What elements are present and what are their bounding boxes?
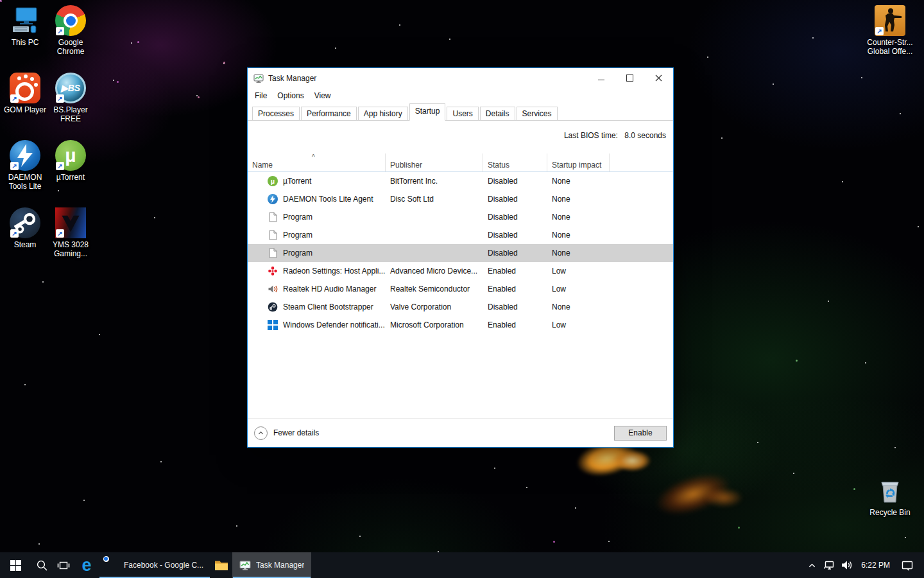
tray-volume-button[interactable]: [838, 559, 855, 571]
taskbar-file-explorer-button[interactable]: [210, 552, 232, 578]
icon-label: BS.Player: [53, 105, 87, 114]
desktop-icon-utorrent[interactable]: µ ↗ µTorrent: [46, 140, 96, 182]
daemon-tools-icon: ↗: [10, 140, 40, 171]
column-header-status[interactable]: Status: [483, 153, 547, 171]
table-row[interactable]: Program Disabled None: [248, 226, 673, 244]
table-row[interactable]: µ µTorrent BitTorrent Inc. Disabled None: [248, 172, 673, 190]
task-manager-app-icon: [239, 559, 251, 571]
speaker-icon: [841, 559, 853, 571]
window-titlebar[interactable]: Task Manager: [248, 68, 673, 88]
table-row[interactable]: Windows Defender notificati... Microsoft…: [248, 316, 673, 334]
icon-label: Steam: [14, 240, 37, 249]
icon-label: GOM Player: [4, 105, 46, 114]
desktop-icon-counter-strike[interactable]: ↗ Counter-Str... Global Offe...: [865, 5, 915, 56]
start-button[interactable]: [0, 552, 31, 578]
column-header-publisher[interactable]: Publisher: [386, 153, 483, 171]
desktop-icon-recycle-bin[interactable]: Recycle Bin: [865, 475, 915, 517]
shortcut-arrow-icon: ↗: [10, 162, 19, 170]
icon-label: YMS 3028: [53, 240, 89, 249]
shortcut-arrow-icon: ↗: [56, 27, 64, 35]
chrome-window-title: Facebook - Google C...: [124, 561, 203, 570]
gom-player-icon: ↗: [10, 73, 40, 103]
tray-show-hidden-icons-button[interactable]: [803, 561, 821, 570]
icon-label: µTorrent: [56, 173, 85, 182]
tab-details[interactable]: Details: [480, 107, 515, 120]
icon-label: DAEMON: [8, 173, 42, 182]
recycle-bin-icon: [875, 475, 905, 506]
bios-time-value: 8.0 seconds: [624, 131, 666, 140]
table-row[interactable]: Steam Client Bootstrapper Valve Corporat…: [248, 298, 673, 316]
icon-label: Gaming...: [53, 249, 89, 258]
shortcut-arrow-icon: ↗: [10, 94, 19, 103]
tray-network-button[interactable]: [821, 559, 838, 571]
close-icon: [655, 74, 662, 82]
window-footer: Fewer details Enable: [248, 418, 673, 447]
utorrent-icon: µ ↗: [55, 140, 86, 171]
taskbar-search-button[interactable]: [31, 552, 53, 578]
chrome-icon: ↗: [55, 5, 86, 36]
column-header-name[interactable]: ^ Name: [248, 153, 386, 171]
fewer-details-label[interactable]: Fewer details: [273, 428, 319, 437]
task-manager-window-title: Task Manager: [256, 561, 304, 570]
action-center-icon: [901, 559, 914, 572]
tab-users[interactable]: Users: [447, 107, 478, 120]
desktop-icon-yms-gaming[interactable]: ↗ YMS 3028 Gaming...: [46, 207, 96, 258]
column-header-startup-impact[interactable]: Startup impact: [547, 153, 610, 171]
taskbar-chrome-window-button[interactable]: Facebook - Google C...: [99, 552, 210, 578]
menu-view[interactable]: View: [309, 91, 336, 100]
menu-options[interactable]: Options: [272, 91, 309, 100]
steam-icon: ↗: [10, 207, 40, 238]
taskbar: e Facebook - Google C... Task Manager: [0, 552, 924, 578]
desktop-icon-google-chrome[interactable]: ↗ Google Chrome: [46, 5, 96, 56]
tab-performance[interactable]: Performance: [301, 107, 357, 120]
shortcut-arrow-icon: ↗: [10, 229, 19, 238]
tab-processes[interactable]: Processes: [252, 107, 300, 120]
edge-icon: e: [81, 557, 91, 574]
file-explorer-icon: [214, 559, 228, 572]
desktop-icon-steam[interactable]: ↗ Steam: [0, 207, 50, 249]
minimize-icon: [598, 80, 604, 80]
flame-nebula-decoration: [613, 450, 651, 471]
column-header-empty: [610, 153, 673, 171]
table-header: ^ Name Publisher Status Startup impact: [248, 153, 673, 172]
flame-nebula-decoration: [705, 488, 743, 507]
taskbar-task-manager-button[interactable]: Task Manager: [232, 552, 311, 578]
task-view-button[interactable]: [53, 552, 74, 578]
table-row[interactable]: Realtek HD Audio Manager Realtek Semicon…: [248, 280, 673, 298]
desktop-icon-daemon-tools[interactable]: ↗ DAEMON Tools Lite: [0, 140, 50, 191]
table-row[interactable]: DAEMON Tools Lite Agent Disc Soft Ltd Di…: [248, 190, 673, 208]
chevron-up-icon: [257, 430, 264, 437]
tab-services[interactable]: Services: [517, 107, 558, 120]
maximize-button[interactable]: [615, 68, 644, 88]
colored-stars-decoration: [0, 0, 2, 2]
minimize-button[interactable]: [586, 68, 615, 88]
tab-app-history[interactable]: App history: [358, 107, 408, 120]
system-tray: 6:22 PM: [803, 552, 924, 578]
desktop-icon-bsplayer[interactable]: ▶BS ↗ BS.Player FREE: [46, 73, 96, 123]
icon-label: Counter-Str...: [867, 38, 912, 47]
program-file-icon: [268, 230, 278, 240]
fewer-details-toggle[interactable]: [254, 426, 268, 440]
table-row[interactable]: Radeon Settings: Host Appli... Advanced …: [248, 262, 673, 280]
table-row-selected[interactable]: Program Disabled None: [248, 244, 673, 262]
enable-button[interactable]: Enable: [614, 426, 667, 441]
shortcut-arrow-icon: ↗: [875, 27, 884, 35]
task-manager-app-icon: [253, 73, 264, 83]
last-bios-time: Last BIOS time: 8.0 seconds: [564, 131, 666, 140]
icon-label: This PC: [12, 38, 39, 47]
table-row[interactable]: Program Disabled None: [248, 208, 673, 226]
taskbar-edge-button[interactable]: e: [74, 552, 99, 578]
icon-label: Global Offe...: [867, 47, 912, 56]
tab-startup[interactable]: Startup: [409, 103, 446, 121]
desktop-icon-this-pc[interactable]: This PC: [0, 5, 50, 47]
search-icon: [36, 559, 48, 572]
task-manager-window: Task Manager File Options View Processes…: [247, 67, 674, 448]
close-button[interactable]: [644, 68, 673, 88]
bios-time-label: Last BIOS time:: [564, 131, 618, 140]
desktop-icon-gom-player[interactable]: ↗ GOM Player: [0, 73, 50, 114]
menu-file[interactable]: File: [250, 91, 272, 100]
shortcut-arrow-icon: ↗: [56, 229, 64, 238]
action-center-button[interactable]: [896, 559, 919, 572]
taskbar-clock[interactable]: 6:22 PM: [855, 561, 896, 570]
maximize-icon: [626, 74, 633, 82]
